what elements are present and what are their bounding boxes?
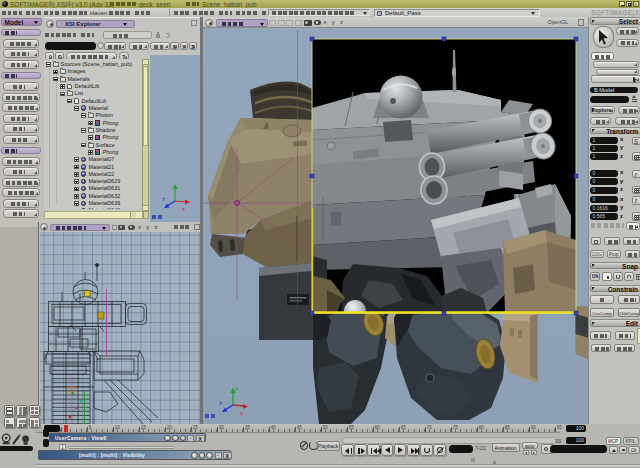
svg-text:x: x <box>240 410 243 416</box>
svg-text:y: y <box>235 385 238 391</box>
svg-text:z: z <box>219 400 222 406</box>
svg-text:z: z <box>162 196 165 202</box>
svg-text:x: x <box>182 206 185 212</box>
